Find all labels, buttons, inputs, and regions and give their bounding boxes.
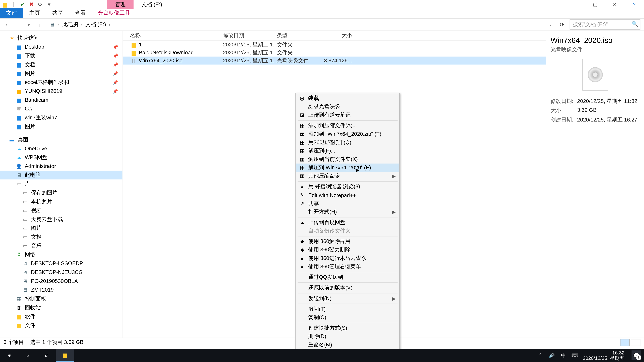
qat-dropdown-icon[interactable]: ▾ — [46, 1, 52, 7]
tree-network-item[interactable]: 🖥ZMT2019 — [0, 286, 122, 295]
tree-lib-item[interactable]: ▭本机照片 — [0, 197, 122, 206]
col-name[interactable]: 名称 — [130, 32, 223, 39]
breadcrumb-item[interactable]: 文档 (E:) — [85, 21, 106, 28]
tree-this-pc[interactable]: 🖥此电脑 — [0, 171, 122, 179]
back-button[interactable]: ← — [4, 21, 12, 28]
forward-button[interactable]: → — [14, 21, 22, 28]
breadcrumb-item[interactable]: 此电脑 — [62, 21, 78, 28]
context-menu-item[interactable]: 复制(C) — [296, 313, 399, 322]
col-size[interactable]: 大小 — [321, 32, 352, 39]
context-menu-item[interactable]: 还原以前的版本(V) — [296, 284, 399, 292]
help-button[interactable]: ? — [624, 0, 644, 9]
view-details-button[interactable] — [620, 339, 630, 346]
col-type[interactable]: 类型 — [277, 32, 321, 39]
context-menu-item[interactable]: ✎Edit with Notepad++ — [296, 191, 399, 199]
tree-network-item[interactable]: 🖥PC-20190530OBLA — [0, 277, 122, 286]
file-row[interactable]: ▆12020/12/15, 星期二 1...文件夹 — [123, 41, 546, 49]
context-menu-item[interactable]: 删除(D) — [296, 332, 399, 341]
undo-icon[interactable]: ⟳ — [37, 1, 44, 7]
context-menu-item[interactable]: ▦解压到当前文件夹(X) — [296, 155, 399, 164]
context-menu-item[interactable]: 通过QQ发送到 — [296, 273, 399, 282]
tree-lib-item[interactable]: ▭文档 — [0, 232, 122, 241]
tree-control-panel[interactable]: ▦控制面板 — [0, 294, 122, 303]
tree-quick-item[interactable]: ▆Desktop📌 — [0, 42, 122, 51]
tree-quick-item[interactable]: ▆win7重装win7 — [0, 113, 122, 122]
context-menu-item[interactable]: ◆使用 360解除占用 — [296, 237, 399, 246]
context-menu-item[interactable]: ▦添加到 "Win7x64_2020.zip" (T) — [296, 130, 399, 138]
context-menu-item[interactable]: 创建快捷方式(S) — [296, 324, 399, 332]
tree-quick-item[interactable]: ▆YUNQISHI2019📌 — [0, 87, 122, 95]
address-dropdown[interactable]: ⌄ — [545, 21, 554, 28]
tab-view[interactable]: 查看 — [69, 8, 92, 18]
context-menu-item[interactable]: ▦添加到压缩文件(A)... — [296, 121, 399, 130]
col-date[interactable]: 修改日期 — [223, 32, 277, 39]
breadcrumb[interactable]: 🖥 此电脑 文档 (E:) — [46, 19, 114, 30]
context-menu-item[interactable]: ◆使用 360强力删除 — [296, 246, 399, 254]
context-menu-item[interactable]: ↗共享 — [296, 199, 399, 208]
tab-share[interactable]: 共享 — [46, 8, 69, 18]
tree-lib-item[interactable]: ▭视频 — [0, 206, 122, 215]
tree-lib-item[interactable]: ▭音乐 — [0, 241, 122, 250]
refresh-button[interactable]: ⟳ — [557, 21, 567, 28]
taskbar-explorer[interactable]: ▆ — [56, 349, 74, 362]
context-menu-item[interactable]: 剪切(T) — [296, 305, 399, 313]
start-button[interactable]: ⊞ — [0, 349, 18, 362]
close-button[interactable]: ✕ — [605, 0, 624, 9]
tree-folder[interactable]: ▆文件 — [0, 321, 122, 330]
column-headers[interactable]: 名称 修改日期 类型 大小 — [123, 31, 546, 41]
tree-lib-item[interactable]: ▭保存的图片 — [0, 188, 122, 197]
context-menu-item[interactable]: ●用 蜂蜜浏览器 浏览(3) — [296, 183, 399, 191]
ribbon-context-tab[interactable]: 管理 — [107, 0, 134, 9]
tab-home[interactable]: 主页 — [23, 8, 46, 18]
context-menu-item[interactable]: 打开方式(H)▶ — [296, 208, 399, 216]
tree-quick-item[interactable]: ▆Bandicam — [0, 95, 122, 104]
view-icons-button[interactable] — [630, 339, 640, 346]
tree-item[interactable]: ☁OneDrive — [0, 144, 122, 153]
tree-libraries[interactable]: ▭库 — [0, 179, 122, 188]
tree-lib-item[interactable]: ▭图片 — [0, 224, 122, 232]
tree-quick-item[interactable]: ▆图片 — [0, 122, 122, 131]
tree-network[interactable]: 🖧网络 — [0, 250, 122, 259]
context-menu-item[interactable]: ▦解压到 Win7x64_2020\ (E) — [296, 164, 399, 172]
search-button[interactable]: ⌕ — [18, 349, 37, 362]
tree-desktop[interactable]: ▬桌面 — [0, 135, 122, 144]
context-menu-item[interactable]: ▦解压到(F)... — [296, 147, 399, 155]
close-red-icon[interactable]: ✖ — [28, 1, 34, 7]
context-menu-item[interactable]: ▦用360压缩打开(Q) — [296, 138, 399, 147]
check-icon[interactable]: ✔ — [20, 1, 26, 7]
maximize-button[interactable]: ▢ — [586, 0, 605, 9]
tree-quick-item[interactable]: ⛃G:\ — [0, 104, 122, 113]
up-button[interactable]: ↑ — [36, 21, 43, 28]
tree-quick-item[interactable]: ▆文档📌 — [0, 60, 122, 69]
tab-iso-tools[interactable]: 光盘映像工具 — [92, 8, 136, 18]
tray-chevron-icon[interactable]: ˄ — [537, 353, 544, 358]
tree-quick-item[interactable]: ▆下载📌 — [0, 51, 122, 60]
context-menu-item[interactable]: ●使用 360管理右键菜单 — [296, 263, 399, 271]
tree-lib-item[interactable]: ▭天翼云盘下载 — [0, 215, 122, 224]
volume-icon[interactable]: 🔊 — [548, 353, 555, 358]
context-menu-item[interactable]: 发送到(N)▶ — [296, 294, 399, 303]
tree-network-item[interactable]: 🖥DESKTOP-LSSOEDP — [0, 259, 122, 268]
context-menu-item[interactable]: ◪上传到有道云笔记 — [296, 111, 399, 119]
folder-icon[interactable]: ▆ — [2, 1, 8, 7]
task-view-button[interactable]: ⧉ — [37, 349, 56, 362]
context-menu-item[interactable]: ▦其他压缩命令▶ — [296, 172, 399, 180]
keyboard-icon[interactable]: ⌨ — [572, 353, 578, 358]
tree-quick-access[interactable]: ★快速访问 — [0, 33, 122, 42]
search-input[interactable]: 搜索"文档 (E:)" 🔍 — [570, 19, 640, 30]
minimize-button[interactable]: — — [566, 0, 586, 9]
tree-quick-item[interactable]: ▆excel表格制作求和📌 — [0, 78, 122, 87]
action-center-button[interactable]: 💬3 — [632, 351, 641, 360]
tab-file[interactable]: 文件 — [0, 8, 23, 18]
context-menu-item[interactable]: ☁上传到百度网盘 — [296, 218, 399, 227]
context-menu-item[interactable]: 刻录光盘映像 — [296, 103, 399, 111]
tree-quick-item[interactable]: ▆图片📌 — [0, 69, 122, 78]
recent-dropdown[interactable]: ▾ — [25, 21, 33, 28]
context-menu-item[interactable]: ◎装载 — [296, 94, 399, 103]
tree-recycle-bin[interactable]: 🗑回收站 — [0, 303, 122, 312]
tree-item[interactable]: ☁WPS网盘 — [0, 153, 122, 162]
tree-network-item[interactable]: 🖥DESKTOP-NJEU3CG — [0, 268, 122, 277]
context-menu-item[interactable]: 重命名(M) — [296, 341, 399, 349]
taskbar-clock[interactable]: 16:32 2020/12/25, 星期五 — [583, 350, 624, 361]
ime-indicator[interactable]: 中 — [560, 352, 567, 359]
